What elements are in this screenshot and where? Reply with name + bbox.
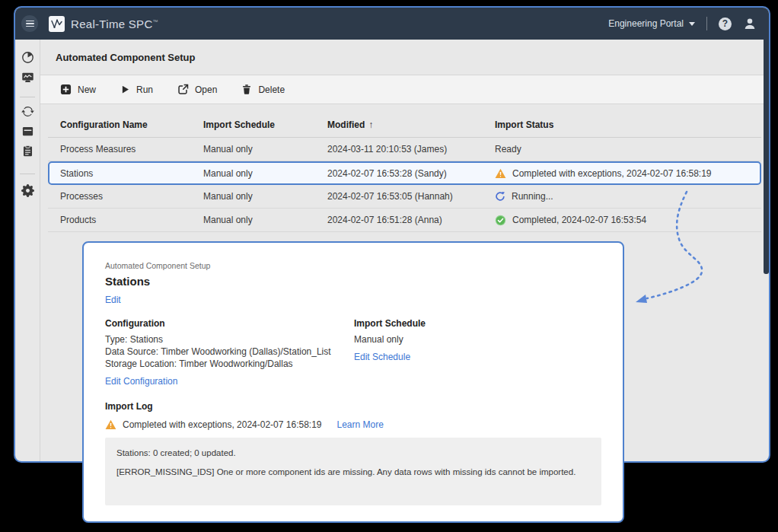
column-header-import-status[interactable]: Import Status [483,119,761,130]
table-row[interactable]: Processes Manual only 2024-02-07 16:53:0… [48,185,761,209]
delete-button[interactable]: Delete [241,84,285,95]
configuration-storage-location: Storage Location: Timber Woodworking/Dal… [105,358,354,370]
trademark: ™ [153,19,158,24]
trash-icon [241,84,252,95]
chevron-down-icon [689,22,695,26]
app-logo-icon [49,16,65,32]
help-button[interactable]: ? [719,18,732,30]
configuration-section: Configuration Type: Stations Data Source… [105,318,354,387]
sidebar-divider [20,97,35,97]
user-account-button[interactable] [743,17,757,30]
plus-square-icon [60,84,72,95]
edit-schedule-link[interactable]: Edit Schedule [354,352,410,362]
toolbar: New Run Open [40,75,769,104]
column-header-configuration-name[interactable]: Configuration Name [48,119,191,130]
edit-link[interactable]: Edit [105,295,121,305]
table-row[interactable]: Process Measures Manual only 2024-03-11 … [48,138,761,161]
log-line: Stations: 0 created; 0 updated. [116,448,590,457]
vertical-scrollbar[interactable] [764,40,769,274]
top-bar: Real-Time SPC™ Engineering Portal ? [15,8,769,40]
table-header-row: Configuration Name Import Schedule Modif… [48,104,761,138]
clipboard-icon[interactable] [21,144,34,158]
import-schedule-heading: Import Schedule [354,318,426,329]
detail-panel: Automated Component Setup Stations Edit … [82,241,624,523]
column-header-modified[interactable]: Modified↑ [315,119,483,130]
table-row[interactable]: Products Manual only 2024-02-07 16:51:28… [48,209,761,232]
app-title: Real-Time SPC™ [71,18,158,30]
warning-icon [105,419,116,430]
import-schedule-section: Import Schedule Manual only Edit Schedul… [354,318,426,387]
success-check-icon [495,215,506,226]
sidebar-divider [20,174,35,174]
import-log-status: Completed with exceptions, 2024-02-07 16… [105,419,601,430]
sort-ascending-icon: ↑ [368,119,373,130]
import-log-heading: Import Log [105,401,601,412]
archive-icon[interactable] [21,124,34,138]
chart-monitor-icon[interactable] [21,70,34,84]
import-schedule-value: Manual only [354,333,426,346]
settings-gear-icon[interactable] [21,183,34,197]
portal-selector[interactable]: Engineering Portal [608,18,695,29]
running-refresh-icon [495,191,505,202]
sync-icon[interactable] [21,104,34,118]
configurations-table: Configuration Name Import Schedule Modif… [48,104,761,232]
play-icon [120,84,130,94]
hamburger-menu-button[interactable] [21,15,38,32]
table-row-selected[interactable]: Stations Manual only 2024-02-07 16:53:28… [48,161,761,185]
open-button[interactable]: Open [177,84,217,95]
configuration-data-source: Data Source: Timber Woodworking (Dallas)… [105,346,354,358]
open-external-icon [177,84,189,95]
warning-icon [495,168,506,179]
page-title: Automated Component Setup [56,52,195,63]
dashboard-gauge-icon[interactable] [21,50,34,64]
configuration-heading: Configuration [105,318,354,329]
panel-title: Stations [105,275,601,288]
run-button[interactable]: Run [120,84,153,95]
log-line: [ERROR_MISSING_IDS] One or more componen… [116,467,590,476]
learn-more-link[interactable]: Learn More [337,419,384,430]
configuration-type: Type: Stations [105,333,354,346]
topbar-divider [706,17,707,30]
new-button[interactable]: New [60,84,96,95]
panel-eyebrow: Automated Component Setup [105,261,601,270]
import-log-output: Stations: 0 created; 0 updated. [ERROR_M… [105,438,601,505]
edit-configuration-link[interactable]: Edit Configuration [105,376,177,387]
column-header-import-schedule[interactable]: Import Schedule [191,119,315,130]
page-header: Automated Component Setup [40,40,769,75]
import-log-status-text: Completed with exceptions, 2024-02-07 16… [123,419,322,430]
sidebar [15,40,40,463]
